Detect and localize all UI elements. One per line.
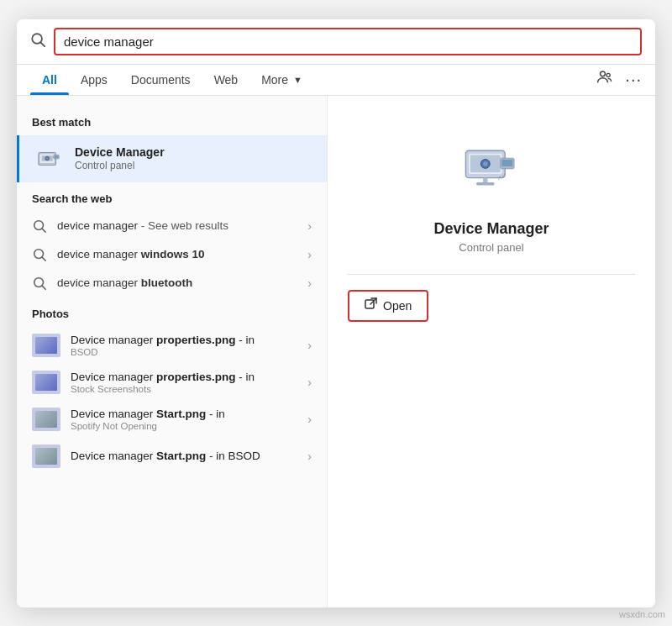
web-section-label: Search the web	[17, 189, 327, 212]
web-item-text-1: device manager windows 10	[57, 248, 307, 260]
svg-line-1	[41, 43, 45, 47]
photo-chevron-2: ›	[307, 413, 312, 426]
photo-subtitle-1: Stock Screenshots	[71, 384, 307, 394]
photo-subtitle-0: BSOD	[71, 347, 307, 357]
svg-rect-24	[502, 160, 513, 166]
divider	[348, 274, 635, 275]
photo-item-2[interactable]: Device manager Start.png - in Spotify No…	[17, 401, 327, 438]
svg-point-2	[601, 71, 606, 76]
photo-thumb-0	[32, 334, 60, 357]
photo-thumb-3	[32, 445, 60, 468]
web-item-1[interactable]: device manager windows 10 ›	[17, 240, 327, 269]
best-match-label: Best match	[17, 113, 327, 135]
open-button-label: Open	[383, 299, 412, 313]
search-bar	[17, 19, 655, 65]
photos-label: Photos	[17, 304, 327, 327]
photo-chevron-3: ›	[307, 450, 312, 463]
photo-title-2: Device manager Start.png - in	[71, 408, 307, 420]
best-match-text: Device Manager Control panel	[75, 145, 165, 171]
search-icon	[30, 32, 45, 50]
action-buttons: Open	[348, 290, 635, 322]
tab-documents[interactable]: Documents	[119, 65, 202, 95]
content-area: Best match Device Manager Control p	[17, 96, 655, 608]
svg-line-13	[42, 257, 45, 260]
photo-item-1[interactable]: Device manager properties.png - in Stock…	[17, 364, 327, 401]
web-item-text-2: device manager bluetooth	[57, 276, 307, 289]
right-panel: Device Manager Control panel Open	[328, 96, 655, 608]
detail-subtitle: Control panel	[459, 241, 523, 254]
people-icon[interactable]	[596, 69, 613, 90]
photo-text-3: Device manager Start.png - in BSOD	[71, 450, 307, 462]
photo-title-1: Device manager properties.png - in	[71, 371, 307, 383]
photo-item-0[interactable]: Device manager properties.png - in BSOD …	[17, 327, 327, 364]
tabs-right-actions: ···	[596, 69, 642, 90]
svg-point-3	[606, 73, 610, 76]
svg-rect-9	[55, 155, 59, 158]
device-manager-icon-small	[34, 144, 65, 174]
open-button[interactable]: Open	[348, 290, 428, 322]
svg-line-11	[42, 229, 45, 232]
search-window: All Apps Documents Web More ▼ ··· Best	[17, 19, 655, 608]
best-match-item[interactable]: Device Manager Control panel	[17, 135, 327, 182]
photo-text-0: Device manager properties.png - in BSOD	[71, 334, 307, 357]
web-item-0[interactable]: device manager - See web results ›	[17, 212, 327, 240]
tabs-bar: All Apps Documents Web More ▼ ···	[17, 65, 655, 96]
web-item-chevron-2: ›	[307, 276, 312, 290]
tab-all[interactable]: All	[30, 65, 69, 95]
photo-thumb-2	[32, 408, 60, 431]
web-search-icon-0	[32, 218, 47, 234]
chevron-down-icon: ▼	[293, 75, 302, 85]
photo-text-1: Device manager properties.png - in Stock…	[71, 371, 307, 394]
tab-web[interactable]: Web	[202, 65, 250, 95]
search-input[interactable]	[54, 28, 642, 55]
web-item-text-0: device manager - See web results	[57, 219, 307, 232]
photo-chevron-1: ›	[307, 376, 312, 389]
detail-title: Device Manager	[433, 220, 549, 238]
svg-rect-22	[476, 182, 495, 186]
photo-title-3: Device manager Start.png - in BSOD	[71, 450, 307, 462]
open-external-icon	[365, 297, 378, 314]
photos-section: Photos Device manager properties.png - i…	[17, 304, 327, 475]
best-match-subtitle: Control panel	[75, 160, 165, 171]
svg-rect-21	[483, 177, 487, 182]
tab-more[interactable]: More ▼	[249, 65, 314, 95]
left-panel: Best match Device Manager Control p	[17, 96, 328, 608]
tab-apps[interactable]: Apps	[69, 65, 119, 95]
web-section: Search the web device manager - See web …	[17, 189, 327, 297]
web-search-icon-1	[32, 247, 47, 262]
web-item-chevron-1: ›	[307, 248, 312, 261]
web-item-chevron-0: ›	[307, 219, 312, 233]
photo-thumb-1	[32, 371, 60, 394]
svg-point-20	[483, 161, 487, 166]
photo-text-2: Device manager Start.png - in Spotify No…	[71, 408, 307, 431]
photo-item-3[interactable]: Device manager Start.png - in BSOD ›	[17, 438, 327, 475]
photo-title-0: Device manager properties.png - in	[71, 334, 307, 346]
web-item-2[interactable]: device manager bluetooth ›	[17, 269, 327, 297]
svg-point-7	[45, 156, 50, 160]
device-manager-icon-large	[454, 129, 529, 205]
web-search-icon-2	[32, 276, 47, 291]
more-options-icon[interactable]: ···	[625, 70, 642, 89]
photo-chevron-0: ›	[307, 339, 312, 352]
best-match-title: Device Manager	[75, 145, 165, 159]
svg-line-15	[42, 286, 45, 289]
watermark: wsxdn.com	[619, 609, 665, 619]
photo-subtitle-2: Spotify Not Opening	[71, 421, 307, 431]
